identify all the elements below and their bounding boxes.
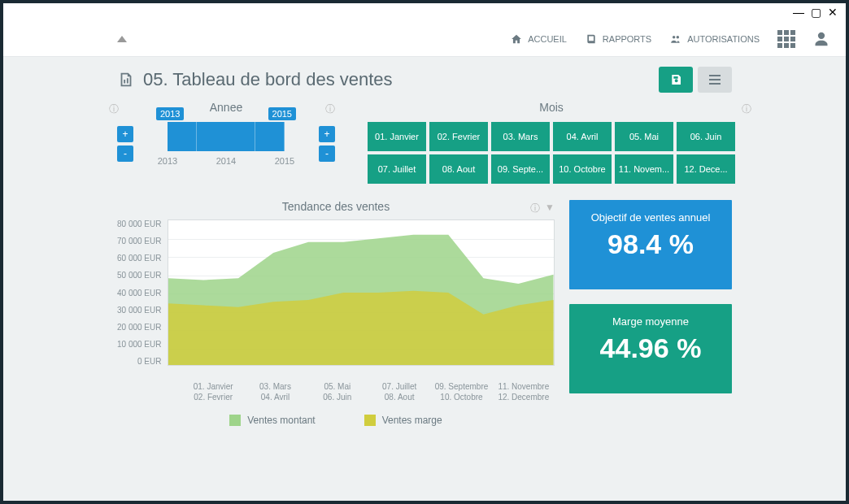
ytick: 40 000 EUR xyxy=(117,289,161,298)
year-minus-right[interactable]: - xyxy=(319,146,335,162)
kpi-avg-margin[interactable]: Marge moyenne 44.96 % xyxy=(569,304,732,393)
xtick: 09. Septembre xyxy=(430,382,492,391)
xtick: 10. Octobre xyxy=(430,393,492,402)
info-icon[interactable]: ⓘ xyxy=(109,102,119,116)
window-titlebar: — ▢ ✕ xyxy=(3,3,846,21)
month-button-11[interactable]: 11. Novem... xyxy=(615,154,673,184)
ytick: 50 000 EUR xyxy=(117,271,161,280)
year-minus-left[interactable]: - xyxy=(117,146,133,162)
window-maximize-icon[interactable]: ▢ xyxy=(811,6,821,19)
xtick: 07. Juillet xyxy=(368,382,430,391)
xtick: 05. Mai xyxy=(307,382,368,391)
nav-auth[interactable]: AUTORISATIONS xyxy=(669,33,760,45)
page-title: 05. Tableau de bord des ventes xyxy=(143,69,393,90)
year-filter-title: Annee xyxy=(210,101,242,114)
save-icon xyxy=(669,73,682,86)
ytick: 30 000 EUR xyxy=(117,306,161,315)
year-handle-end[interactable]: 2015 xyxy=(268,107,296,120)
year-filter: Annee ⓘ ⓘ + - 2013 2015 xyxy=(117,101,335,184)
month-button-2[interactable]: 02. Fevrier xyxy=(429,122,488,151)
users-icon xyxy=(669,33,682,45)
ytick: 20 000 EUR xyxy=(117,323,161,332)
kpi-sales-objective[interactable]: Objectif de ventes annuel 98.4 % xyxy=(569,200,732,289)
month-button-1[interactable]: 01. Janvier xyxy=(368,122,426,151)
info-icon[interactable]: ⓘ xyxy=(530,202,540,215)
month-button-8[interactable]: 08. Aout xyxy=(429,154,488,184)
ytick: 70 000 EUR xyxy=(117,237,161,245)
nav-auth-label: AUTORISATIONS xyxy=(687,34,760,44)
ytick: 0 EUR xyxy=(117,357,161,366)
save-button[interactable] xyxy=(659,67,693,93)
kpi-value: 44.96 % xyxy=(577,332,724,364)
year-plus-left[interactable]: + xyxy=(117,126,133,142)
legend-label: Ventes marge xyxy=(382,415,442,426)
legend-swatch-icon xyxy=(364,415,376,426)
app-window: — ▢ ✕ ACCUEIL RAPPORTS AUTORISATIONS xyxy=(0,0,849,504)
ytick: 10 000 EUR xyxy=(117,340,161,349)
legend-swatch-icon xyxy=(229,415,241,426)
year-handle-start[interactable]: 2013 xyxy=(156,107,184,120)
collapse-up-icon[interactable] xyxy=(117,36,127,42)
month-button-12[interactable]: 12. Dece... xyxy=(677,154,735,184)
xtick: 01. Janvier xyxy=(182,382,244,391)
nav-reports-label: RAPPORTS xyxy=(603,34,651,44)
month-button-4[interactable]: 04. Avril xyxy=(553,122,612,151)
year-tick: 2013 xyxy=(138,156,197,166)
ytick: 60 000 EUR xyxy=(117,254,161,263)
year-tick: 2014 xyxy=(197,156,255,166)
chart-xaxis-row1: 01. Janvier03. Mars05. Mai07. Juillet09.… xyxy=(182,382,555,391)
menu-button[interactable] xyxy=(698,67,732,93)
page-header: 05. Tableau de bord des ventes xyxy=(3,57,846,93)
sales-trend-chart: Tendance des ventes ⓘ ▼ 80 000 EUR70 000… xyxy=(117,200,555,426)
ytick: 80 000 EUR xyxy=(117,219,161,228)
nav-reports[interactable]: RAPPORTS xyxy=(585,33,651,45)
month-filter: Mois ⓘ 01. Janvier02. Fevrier03. Mars04.… xyxy=(368,101,735,184)
xtick: 12. Decembre xyxy=(493,393,555,402)
month-grid: 01. Janvier02. Fevrier03. Mars04. Avril0… xyxy=(368,122,735,184)
nav-home[interactable]: ACCUEIL xyxy=(510,33,567,45)
month-filter-title: Mois xyxy=(539,101,564,114)
month-button-6[interactable]: 06. Juin xyxy=(677,122,735,151)
hamburger-icon xyxy=(709,75,721,85)
year-tick: 2015 xyxy=(255,156,314,166)
chart-yaxis: 80 000 EUR70 000 EUR60 000 EUR50 000 EUR… xyxy=(117,219,168,366)
chart-title: Tendance des ventes xyxy=(117,200,555,213)
year-slider[interactable]: 2013 2015 xyxy=(138,122,314,151)
xtick: 02. Fevrier xyxy=(182,393,244,402)
month-button-5[interactable]: 05. Mai xyxy=(615,122,673,151)
book-icon xyxy=(585,33,598,45)
xtick: 06. Juin xyxy=(307,393,368,402)
home-icon xyxy=(510,33,523,45)
nav-home-label: ACCUEIL xyxy=(528,34,567,44)
legend-label: Ventes montant xyxy=(247,415,315,426)
window-minimize-icon[interactable]: — xyxy=(793,6,804,19)
chart-plot[interactable] xyxy=(168,219,555,366)
year-axis: 2013 2014 2015 xyxy=(138,156,314,166)
window-close-icon[interactable]: ✕ xyxy=(828,6,838,19)
chart-xaxis-row2: 02. Fevrier04. Avril06. Juin08. Aout10. … xyxy=(182,393,555,402)
month-button-7[interactable]: 07. Juillet xyxy=(368,154,426,184)
user-icon[interactable] xyxy=(813,31,829,47)
xtick: 04. Avril xyxy=(244,393,306,402)
report-page-icon xyxy=(117,71,135,89)
month-button-3[interactable]: 03. Mars xyxy=(491,122,550,151)
month-button-10[interactable]: 10. Octobre xyxy=(553,154,612,184)
kpi-value: 98.4 % xyxy=(577,228,724,260)
kpi-label: Marge moyenne xyxy=(577,315,724,328)
filter-icon[interactable]: ▼ xyxy=(545,202,555,215)
info-icon[interactable]: ⓘ xyxy=(325,102,335,116)
legend-item-marge[interactable]: Ventes marge xyxy=(364,415,442,426)
top-nav: ACCUEIL RAPPORTS AUTORISATIONS xyxy=(510,30,829,48)
kpi-label: Objectif de ventes annuel xyxy=(577,211,724,224)
apps-grid-icon[interactable] xyxy=(777,30,795,48)
topbar: ACCUEIL RAPPORTS AUTORISATIONS xyxy=(3,21,846,57)
year-plus-right[interactable]: + xyxy=(319,126,335,142)
chart-legend: Ventes montant Ventes marge xyxy=(117,415,555,426)
info-icon[interactable]: ⓘ xyxy=(742,102,751,116)
xtick: 08. Aout xyxy=(368,393,430,402)
xtick: 03. Mars xyxy=(244,382,306,391)
month-button-9[interactable]: 09. Septe... xyxy=(491,154,550,184)
xtick: 11. Novembre xyxy=(493,382,555,391)
legend-item-montant[interactable]: Ventes montant xyxy=(229,415,315,426)
